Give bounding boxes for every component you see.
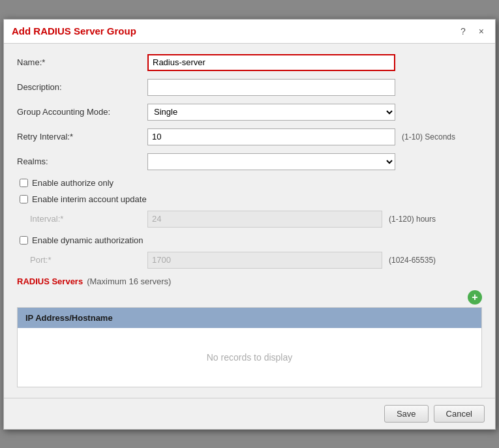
title-actions: ? ×: [457, 25, 487, 38]
retry-interval-row: Retry Interval:* (1-10) Seconds: [17, 128, 482, 145]
realms-control: [147, 153, 395, 170]
dialog-title-bar: Add RADIUS Server Group ? ×: [4, 20, 495, 44]
name-input[interactable]: [147, 54, 395, 71]
enable-dynamic-auth-checkbox[interactable]: [20, 236, 28, 245]
cancel-button[interactable]: Cancel: [434, 405, 485, 423]
radius-servers-note: (Maximum 16 servers): [87, 276, 171, 286]
enable-authorize-only-checkbox[interactable]: [20, 179, 28, 187]
enable-interim-account-row: Enable interim account update: [20, 194, 482, 204]
realms-label: Realms:: [17, 157, 147, 166]
description-label: Description:: [17, 82, 147, 92]
name-label: Name:*: [17, 57, 147, 67]
name-control: [147, 54, 395, 71]
servers-empty-message: No records to display: [207, 352, 293, 363]
port-control: [147, 252, 382, 269]
dialog-body: Name:* Description: Group Accounting Mod…: [4, 44, 495, 398]
interval-row: Interval:* (1-120) hours: [30, 211, 482, 228]
group-accounting-mode-label: Group Accounting Mode:: [17, 107, 147, 117]
port-input: [147, 252, 382, 269]
enable-interim-account-checkbox[interactable]: [20, 195, 28, 203]
interval-input: [147, 211, 382, 228]
port-label: Port:*: [30, 255, 147, 265]
dialog-footer: Save Cancel: [4, 398, 495, 429]
description-input[interactable]: [147, 79, 395, 96]
retry-interval-input[interactable]: [147, 128, 395, 145]
name-row: Name:*: [17, 54, 482, 71]
radius-servers-header: RADIUS Servers (Maximum 16 servers): [17, 276, 482, 286]
servers-table-header: IP Address/Hostname: [18, 308, 481, 328]
retry-interval-hint: (1-10) Seconds: [402, 132, 455, 142]
description-control: [147, 79, 395, 96]
close-button[interactable]: ×: [476, 25, 487, 38]
retry-interval-label: Retry Interval:*: [17, 132, 147, 142]
radius-servers-link[interactable]: RADIUS Servers: [17, 276, 83, 286]
group-accounting-mode-select[interactable]: Single Multiple: [147, 104, 395, 121]
interval-hint: (1-120) hours: [389, 215, 436, 224]
enable-dynamic-auth-label: Enable dynamic authorization: [32, 235, 144, 245]
realms-row: Realms:: [17, 153, 482, 170]
interval-label: Interval:*: [30, 214, 147, 224]
enable-authorize-only-row: Enable authorize only: [20, 178, 482, 188]
servers-table-body: No records to display: [18, 328, 481, 387]
description-row: Description:: [17, 79, 482, 96]
add-server-button[interactable]: +: [468, 290, 482, 305]
enable-dynamic-auth-row: Enable dynamic authorization: [20, 235, 482, 245]
interval-control: [147, 211, 382, 228]
add-radius-server-group-dialog: Add RADIUS Server Group ? × Name:* Descr…: [3, 19, 496, 430]
group-accounting-mode-control: Single Multiple: [147, 104, 395, 121]
servers-table: IP Address/Hostname No records to displa…: [17, 307, 482, 387]
help-button[interactable]: ?: [457, 25, 469, 38]
port-hint: (1024-65535): [389, 256, 436, 265]
dialog-title: Add RADIUS Server Group: [12, 25, 136, 37]
enable-interim-account-label: Enable interim account update: [32, 194, 147, 204]
realms-select[interactable]: [147, 153, 395, 170]
port-row: Port:* (1024-65535): [30, 252, 482, 269]
enable-authorize-only-label: Enable authorize only: [32, 178, 113, 188]
save-button[interactable]: Save: [384, 405, 429, 423]
retry-interval-control: [147, 128, 395, 145]
add-icon-row: +: [17, 290, 482, 305]
group-accounting-mode-row: Group Accounting Mode: Single Multiple: [17, 104, 482, 121]
